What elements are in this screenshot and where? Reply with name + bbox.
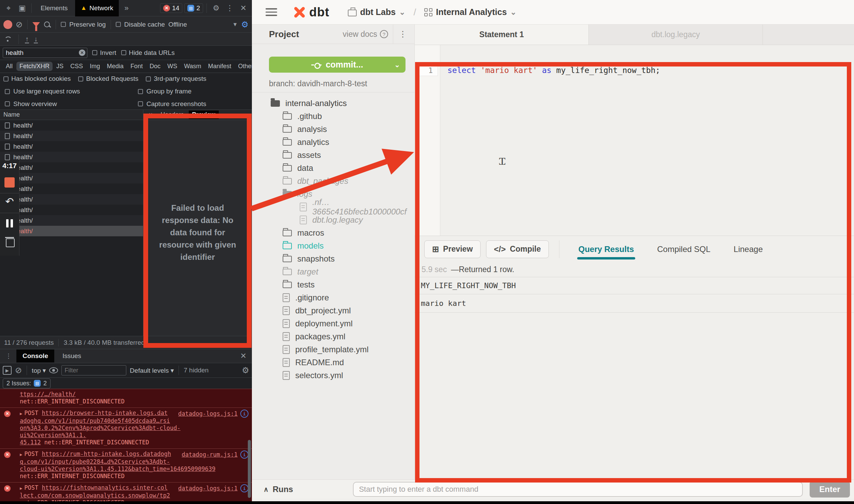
type-filter-chip[interactable]: Doc xyxy=(146,62,163,71)
tab-headers[interactable]: Headers xyxy=(157,110,187,119)
network-request-row[interactable]: health/ xyxy=(0,205,143,215)
sql-code-line[interactable]: select 'mario kart' as my_life_right_now… xyxy=(447,66,660,75)
type-filter-chip[interactable]: Media xyxy=(104,62,127,71)
drawer-kebab-icon[interactable]: ⋮ xyxy=(3,350,14,362)
flag-filter[interactable]: Blocked Requests xyxy=(78,75,138,83)
filter-funnel-icon[interactable] xyxy=(32,22,40,27)
console-settings-gear-icon[interactable]: ⚙ xyxy=(242,366,249,374)
show-overview-checkbox[interactable] xyxy=(5,101,10,106)
tab-lineage[interactable]: Lineage xyxy=(725,236,771,262)
invert-checkbox[interactable] xyxy=(92,50,97,55)
preview-button[interactable]: ⊞ Preview xyxy=(424,240,481,258)
type-filter-chip[interactable]: Fetch/XHR xyxy=(16,62,53,71)
tab-issues[interactable]: Issues xyxy=(56,350,87,362)
runs-toggle[interactable]: ∧ Runs xyxy=(264,485,293,494)
more-detail-tabs-icon[interactable]: » xyxy=(220,110,230,119)
tree-item[interactable]: profile_template.yml xyxy=(252,343,414,356)
network-settings-gear-icon[interactable]: ⚙ xyxy=(241,20,248,29)
console-error[interactable]: ✕ ▶POST https://browser-http-intake.logs… xyxy=(0,407,252,448)
flag-checkbox[interactable] xyxy=(146,76,151,81)
network-request-row[interactable]: health/ xyxy=(0,226,143,236)
network-request-row[interactable]: health/ xyxy=(0,162,143,173)
view-docs-link[interactable]: view docs ? xyxy=(343,30,388,39)
console-filter-input[interactable] xyxy=(61,365,126,375)
network-conditions-icon[interactable] xyxy=(3,36,12,43)
error-count-badge[interactable]: ✕ 14 xyxy=(160,3,182,13)
type-filter-chip[interactable]: Font xyxy=(127,62,146,71)
more-tabs-icon[interactable]: » xyxy=(121,2,132,14)
group-by-frame-checkbox[interactable] xyxy=(138,89,143,94)
error-source[interactable]: datadog-logs.js:1 i xyxy=(178,484,248,492)
tree-item[interactable]: models xyxy=(252,239,414,252)
console-error[interactable]: ✕ ▶POST https://fishtownanalytics.sinter… xyxy=(0,482,252,501)
tab-compiled-sql[interactable]: Compiled SQL xyxy=(648,236,719,262)
tree-item[interactable]: analysis xyxy=(252,123,414,136)
clear-network-icon[interactable]: ⊘ xyxy=(16,20,23,29)
dbt-logo[interactable]: dbt xyxy=(293,5,329,19)
restart-recording-icon[interactable]: ↶ xyxy=(5,195,14,207)
flag-checkbox[interactable] xyxy=(3,76,9,81)
console-error[interactable]: ttps://…/health/ net::ERR_INTERNET_DISCO… xyxy=(0,389,252,407)
compile-button[interactable]: </> Compile xyxy=(486,240,549,258)
flag-filter[interactable]: 3rd-party requests xyxy=(146,75,206,83)
commit-dropdown-icon[interactable]: ⌄ xyxy=(394,61,400,69)
tree-item[interactable]: analytics xyxy=(252,136,414,149)
network-request-row[interactable]: health/ xyxy=(0,215,143,226)
record-network-icon[interactable] xyxy=(3,20,12,29)
network-request-row[interactable]: health/ xyxy=(0,194,143,205)
tree-item[interactable]: selectors.yml xyxy=(252,369,414,382)
name-column-header[interactable]: Name xyxy=(0,110,143,120)
project-switcher[interactable]: Internal Analytics ⌄ xyxy=(424,7,516,17)
invert-filter[interactable]: Invert xyxy=(92,49,116,57)
close-detail-icon[interactable]: × xyxy=(145,110,156,119)
network-request-row[interactable]: health/ xyxy=(0,131,143,141)
commit-button[interactable]: commit... ⌄ xyxy=(269,57,405,73)
network-request-row[interactable]: health/ xyxy=(0,120,143,131)
tree-item[interactable]: .gitignore xyxy=(252,291,414,304)
stop-recording-button[interactable] xyxy=(4,177,15,188)
tree-item[interactable]: tests xyxy=(252,278,414,291)
context-select[interactable]: top ▾ xyxy=(32,367,46,374)
tab-statement-1[interactable]: Statement 1 xyxy=(415,25,589,45)
tab-network[interactable]: ▲Network xyxy=(75,0,119,16)
clear-console-icon[interactable]: ⊘ xyxy=(15,366,22,374)
clear-filter-icon[interactable]: ✕ xyxy=(79,49,85,56)
dbt-command-input[interactable] xyxy=(353,482,803,497)
import-har-icon[interactable]: ↑ xyxy=(25,35,29,43)
enter-button[interactable]: Enter xyxy=(810,481,850,498)
tree-item[interactable]: packages.yml xyxy=(252,330,414,343)
error-link[interactable]: https://fishtownanalytics.sinter-col xyxy=(42,484,167,491)
tree-item[interactable]: deployment.yml xyxy=(252,317,414,330)
large-rows-checkbox[interactable] xyxy=(5,89,10,94)
error-link[interactable]: https://rum-http-intake.logs.datadogh xyxy=(42,450,171,457)
error-link[interactable]: ttps://…/health/ xyxy=(20,391,76,398)
tab-elements[interactable]: Elements xyxy=(35,0,73,16)
throttling-select[interactable]: Offline xyxy=(168,21,187,28)
flag-checkbox[interactable] xyxy=(78,76,83,81)
tree-item[interactable]: dbt_project.yml xyxy=(252,304,414,317)
search-icon[interactable] xyxy=(43,21,51,28)
preserve-log-checkbox[interactable] xyxy=(61,22,66,27)
expand-triangle-icon[interactable]: ▶ xyxy=(20,411,22,416)
hide-data-urls[interactable]: Hide data URLs xyxy=(121,49,175,57)
flag-filter[interactable]: Has blocked cookies xyxy=(3,75,71,83)
network-request-row[interactable]: health/ xyxy=(0,183,143,194)
type-filter-chip[interactable]: Wasm xyxy=(181,62,204,71)
console-scrollbar[interactable] xyxy=(248,440,251,498)
tree-item[interactable]: data xyxy=(252,162,414,175)
export-har-icon[interactable]: ↓ xyxy=(34,35,38,43)
type-filter-chip[interactable]: CSS xyxy=(67,62,86,71)
type-filter-chip[interactable]: JS xyxy=(53,62,67,71)
tree-item[interactable]: internal-analytics xyxy=(252,97,414,110)
network-request-row[interactable]: health/ xyxy=(0,173,143,183)
issues-chip[interactable]: 2 Issues: ▤ 2 xyxy=(3,379,51,388)
tree-item[interactable]: README.md xyxy=(252,356,414,369)
tree-item[interactable]: dbt_packages xyxy=(252,175,414,188)
disable-cache-checkbox[interactable] xyxy=(116,22,121,27)
console-context-icon[interactable]: ▶ xyxy=(3,366,12,375)
live-expression-eye-icon[interactable] xyxy=(49,367,58,373)
tree-item[interactable]: .github xyxy=(252,110,414,123)
network-filter-input[interactable] xyxy=(3,48,87,58)
tree-item[interactable]: macros xyxy=(252,226,414,239)
expand-triangle-icon[interactable]: ▶ xyxy=(20,486,22,491)
